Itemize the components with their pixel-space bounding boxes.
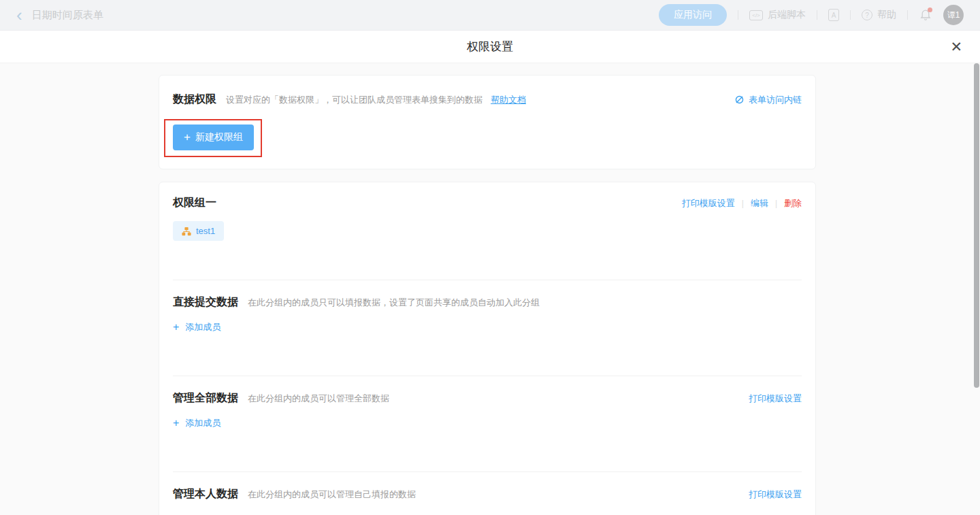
edit-link[interactable]: 编辑	[751, 197, 768, 210]
backend-script-label: 后端脚本	[768, 9, 806, 21]
permission-group-title: 权限组一	[173, 196, 216, 210]
data-permission-title: 数据权限	[173, 93, 216, 107]
form-access-link[interactable]: 表单访问内链	[734, 94, 802, 106]
new-permission-group-button[interactable]: + 新建权限组	[173, 124, 254, 150]
delete-link[interactable]: 删除	[784, 197, 802, 210]
code-icon: </>	[749, 10, 763, 20]
section-manage-own: 管理本人数据 在此分组内的成员可以管理自己填报的数据 打印模版设置	[173, 471, 802, 501]
form-title: 日期时间原表单	[32, 9, 103, 22]
print-template-link[interactable]: 打印模版设置	[749, 393, 802, 405]
permission-group-card: 权限组一 打印模版设置 | 编辑 | 删除	[159, 182, 816, 515]
help-label: 帮助	[877, 9, 896, 21]
print-template-link[interactable]: 打印模版设置	[749, 488, 802, 501]
topbar-divider	[738, 10, 738, 20]
link-icon	[734, 95, 745, 105]
modal-title: 权限设置	[467, 39, 513, 54]
org-chart-icon	[182, 227, 191, 236]
section-title: 直接提交数据	[173, 295, 238, 310]
address-book-icon: A	[828, 9, 839, 21]
plus-icon: +	[173, 322, 179, 332]
avatar[interactable]: 谭1	[943, 5, 964, 25]
modal-header: 权限设置 ✕	[0, 31, 980, 63]
plus-icon: +	[173, 418, 179, 428]
app-topbar: ‹ 日期时间原表单 应用访问 </> 后端脚本 A ? 帮助	[0, 0, 980, 31]
topbar-divider	[817, 10, 817, 20]
back-icon[interactable]: ‹	[16, 8, 22, 22]
section-title: 管理全部数据	[173, 391, 238, 405]
member-tag[interactable]: test1	[173, 221, 224, 241]
app-access-button[interactable]: 应用访问	[659, 4, 727, 26]
add-member-label: 添加成员	[185, 321, 220, 333]
member-tag-label: test1	[196, 226, 215, 236]
add-member-button[interactable]: + 添加成员	[173, 417, 220, 429]
data-permission-card: 数据权限 设置对应的「数据权限」，可以让团队成员管理表单搜集到的数据 帮助文档 …	[159, 75, 816, 169]
notification-bell-button[interactable]	[919, 8, 932, 22]
section-direct-submit: 直接提交数据 在此分组内的成员只可以填报数据，设置了页面共享的成员自动加入此分组…	[173, 280, 802, 376]
section-description: 在此分组内的成员可以管理自己填报的数据	[248, 488, 416, 501]
section-description: 在此分组内的成员只可以填报数据，设置了页面共享的成员自动加入此分组	[248, 297, 540, 309]
help-icon: ?	[862, 10, 872, 20]
help-button[interactable]: ? 帮助	[862, 9, 896, 21]
permission-group-section: 权限组一 打印模版设置 | 编辑 | 删除	[173, 196, 802, 280]
notification-dot	[928, 7, 932, 12]
scrollbar-thumb[interactable]	[974, 63, 979, 388]
action-separator: |	[775, 199, 777, 208]
section-title: 管理本人数据	[173, 487, 238, 501]
topbar-divider	[907, 10, 908, 20]
print-template-link[interactable]: 打印模版设置	[682, 197, 735, 210]
action-separator: |	[742, 199, 744, 208]
modal-body: 数据权限 设置对应的「数据权限」，可以让团队成员管理表单搜集到的数据 帮助文档 …	[0, 63, 980, 515]
add-member-label: 添加成员	[185, 417, 220, 429]
backend-script-button[interactable]: </> 后端脚本	[749, 9, 806, 21]
form-access-link-label: 表单访问内链	[749, 94, 802, 106]
topbar-divider	[850, 10, 851, 20]
data-permission-description: 设置对应的「数据权限」，可以让团队成员管理表单搜集到的数据	[226, 94, 483, 106]
new-permission-group-label: 新建权限组	[195, 131, 243, 144]
plus-icon: +	[184, 132, 191, 143]
section-manage-all: 管理全部数据 在此分组内的成员可以管理全部数据 打印模版设置 + 添加成员	[173, 376, 802, 471]
help-doc-link[interactable]: 帮助文档	[491, 94, 526, 106]
address-book-button[interactable]: A	[828, 9, 839, 21]
close-icon[interactable]: ✕	[950, 39, 962, 55]
section-description: 在此分组内的成员可以管理全部数据	[248, 393, 389, 405]
add-member-button[interactable]: + 添加成员	[173, 321, 220, 333]
app-root: ‹ 日期时间原表单 应用访问 </> 后端脚本 A ? 帮助	[0, 0, 980, 515]
